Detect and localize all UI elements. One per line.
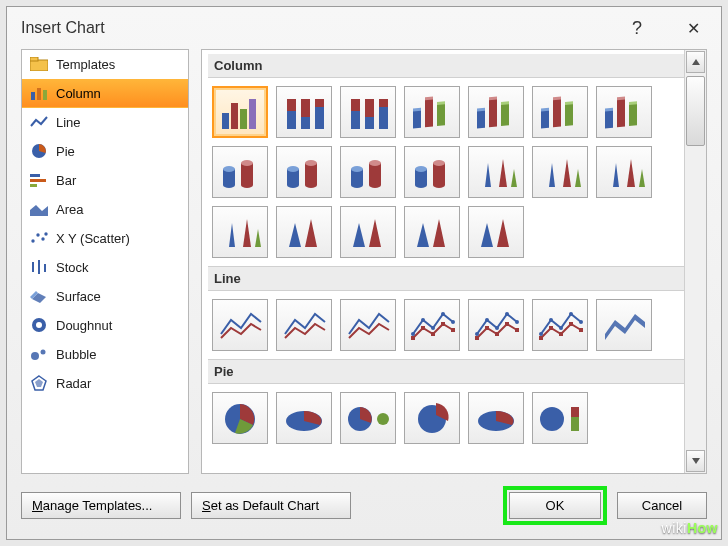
- svg-rect-70: [629, 103, 637, 126]
- chart-thumb-stacked-column[interactable]: [276, 86, 332, 138]
- gallery-scrollbar[interactable]: [684, 50, 706, 473]
- sidebar-item-line[interactable]: Line: [22, 108, 188, 137]
- cancel-button[interactable]: Cancel: [617, 492, 707, 519]
- chart-thumb-100-stacked-column[interactable]: [340, 86, 396, 138]
- svg-rect-129: [281, 304, 327, 346]
- svg-point-156: [559, 326, 563, 330]
- svg-rect-77: [241, 163, 253, 185]
- svg-point-132: [411, 332, 415, 336]
- svg-rect-180: [571, 407, 579, 417]
- bubble-icon: [30, 346, 48, 362]
- manage-templates-button[interactable]: Manage Templates...: [21, 492, 181, 519]
- svg-marker-126: [481, 223, 493, 247]
- chart-thumb-100-stacked-cone[interactable]: [596, 146, 652, 198]
- chart-thumb-3d-cone[interactable]: [212, 206, 268, 258]
- svg-rect-131: [409, 304, 455, 346]
- chart-thumb-stacked-cone[interactable]: [532, 146, 588, 198]
- chart-thumb-3d-line[interactable]: [596, 299, 652, 351]
- dialog-title: Insert Chart: [21, 19, 105, 37]
- svg-rect-122: [409, 211, 455, 253]
- svg-rect-56: [501, 103, 509, 126]
- chart-thumb-stacked-line[interactable]: [276, 299, 332, 351]
- sidebar-item-label: Doughnut: [56, 318, 112, 333]
- sidebar-item-bubble[interactable]: Bubble: [22, 340, 188, 369]
- chart-thumb-3d-column[interactable]: [596, 86, 652, 138]
- svg-marker-107: [575, 169, 581, 187]
- bar-icon: [30, 172, 48, 188]
- svg-rect-4: [43, 90, 47, 100]
- chart-thumb-clustered-cylinder[interactable]: [212, 146, 268, 198]
- svg-point-146: [505, 312, 509, 316]
- svg-marker-120: [353, 223, 365, 247]
- svg-marker-111: [639, 169, 645, 187]
- chart-thumb-clustered-pyramid[interactable]: [276, 206, 332, 258]
- scrollbar-track[interactable]: [685, 74, 706, 449]
- svg-rect-164: [601, 304, 647, 346]
- stock-icon: [30, 259, 48, 275]
- chart-thumb-stacked-cylinder[interactable]: [276, 146, 332, 198]
- sidebar-item-radar[interactable]: Radar: [22, 369, 188, 398]
- scrollbar-up-button[interactable]: [686, 51, 705, 73]
- chart-thumb-3d-pie[interactable]: [276, 392, 332, 444]
- scrollbar-thumb[interactable]: [686, 76, 705, 146]
- close-button[interactable]: ✕: [679, 19, 707, 38]
- sidebar-item-bar[interactable]: Bar: [22, 166, 188, 195]
- sidebar-item-area[interactable]: Area: [22, 195, 188, 224]
- chart-thumb-3d-stacked-column[interactable]: [468, 86, 524, 138]
- gallery-group-header-pie: Pie: [208, 359, 684, 384]
- svg-point-178: [540, 407, 564, 431]
- chart-thumb-3d-pyramid[interactable]: [468, 206, 524, 258]
- chart-thumb-3d-cylinder[interactable]: [404, 146, 460, 198]
- help-button[interactable]: ?: [623, 18, 651, 39]
- set-default-label: et as Default Chart: [211, 498, 319, 513]
- svg-rect-153: [537, 304, 583, 346]
- svg-point-22: [41, 350, 46, 355]
- svg-rect-116: [281, 211, 327, 253]
- sidebar-item-x-y-scatter-[interactable]: X Y (Scatter): [22, 224, 188, 253]
- chart-thumb-3d-clustered-column[interactable]: [404, 86, 460, 138]
- svg-point-157: [569, 312, 573, 316]
- chart-thumb-100-stacked-line-markers[interactable]: [532, 299, 588, 351]
- svg-rect-68: [617, 98, 625, 127]
- chart-thumb-100-stacked-line[interactable]: [340, 299, 396, 351]
- sidebar-item-column[interactable]: Column: [22, 79, 188, 108]
- svg-rect-142: [473, 304, 519, 346]
- svg-point-20: [36, 322, 42, 328]
- svg-rect-138: [421, 326, 425, 330]
- svg-marker-109: [613, 163, 619, 187]
- svg-rect-161: [559, 332, 563, 336]
- chart-thumb-100-stacked-pyramid[interactable]: [404, 206, 460, 258]
- chart-thumb-exploded-3d-pie[interactable]: [468, 392, 524, 444]
- chart-thumb-line[interactable]: [212, 299, 268, 351]
- chart-thumb-bar-of-pie[interactable]: [532, 392, 588, 444]
- chart-thumb-line-markers[interactable]: [404, 299, 460, 351]
- chart-thumb-stacked-pyramid[interactable]: [340, 206, 396, 258]
- sidebar-item-surface[interactable]: Surface: [22, 282, 188, 311]
- set-default-chart-button[interactable]: Set as Default Chart: [191, 492, 351, 519]
- sidebar-item-pie[interactable]: Pie: [22, 137, 188, 166]
- chart-thumb-pie-of-pie[interactable]: [340, 392, 396, 444]
- svg-rect-26: [222, 113, 229, 129]
- svg-rect-8: [30, 184, 37, 187]
- chart-thumb-clustered-column[interactable]: [212, 86, 268, 138]
- svg-marker-106: [563, 159, 571, 187]
- svg-point-158: [579, 320, 583, 324]
- chart-thumb-3d-100-stacked-column[interactable]: [532, 86, 588, 138]
- sidebar-item-label: Line: [56, 115, 81, 130]
- sidebar-item-doughnut[interactable]: Doughnut: [22, 311, 188, 340]
- chart-thumb-stacked-line-markers[interactable]: [468, 299, 524, 351]
- svg-point-12: [41, 237, 44, 240]
- sidebar-item-templates[interactable]: Templates: [22, 50, 188, 79]
- ok-button[interactable]: OK: [509, 492, 601, 519]
- svg-marker-114: [243, 219, 251, 247]
- chart-thumb-100-stacked-cylinder[interactable]: [340, 146, 396, 198]
- svg-rect-52: [477, 110, 485, 129]
- svg-point-133: [421, 318, 425, 322]
- chart-thumb-clustered-cone[interactable]: [468, 146, 524, 198]
- sidebar-item-stock[interactable]: Stock: [22, 253, 188, 282]
- chart-thumb-pie[interactable]: [212, 392, 268, 444]
- ok-highlight-annotation: OK: [503, 486, 607, 525]
- scrollbar-down-button[interactable]: [686, 450, 705, 472]
- chart-thumb-exploded-pie[interactable]: [404, 392, 460, 444]
- sidebar-item-label: Area: [56, 202, 83, 217]
